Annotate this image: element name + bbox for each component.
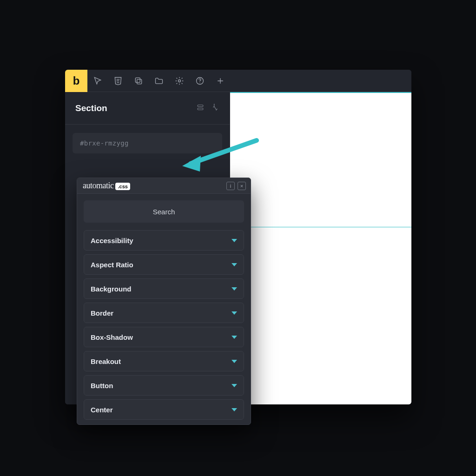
chevron-down-icon: [231, 239, 237, 242]
close-icon[interactable]: ×: [238, 182, 246, 190]
acss-category-item[interactable]: Box-Shadow: [84, 327, 244, 347]
chevron-down-icon: [231, 287, 237, 291]
selection-outline-top: [230, 92, 411, 93]
chevron-down-icon: [231, 311, 237, 315]
element-header: Section: [65, 92, 230, 125]
info-icon[interactable]: i: [226, 182, 235, 190]
app-logo[interactable]: b: [65, 70, 87, 92]
svg-rect-0: [137, 79, 142, 84]
acss-category-label: Background: [91, 285, 132, 293]
selection-outline-bottom: [230, 227, 411, 227]
acss-panel: automatic .css i × AccessibilityAspect R…: [77, 178, 251, 425]
chevron-down-icon: [231, 408, 237, 411]
acss-category-label: Breakout: [91, 357, 121, 365]
layout-icon[interactable]: [196, 103, 205, 113]
toolbar: b: [65, 70, 411, 92]
acss-category-label: Aspect Ratio: [91, 261, 133, 269]
plus-icon[interactable]: [210, 70, 231, 92]
chevron-down-icon: [231, 384, 237, 387]
acss-brand-tag: .css: [115, 183, 130, 190]
svg-rect-6: [198, 108, 203, 110]
search-input[interactable]: [84, 200, 244, 223]
acss-category-item[interactable]: Background: [84, 278, 244, 299]
page-title: Section: [75, 103, 107, 113]
chevron-down-icon: [231, 360, 237, 363]
acss-panel-header[interactable]: automatic .css i ×: [77, 178, 251, 194]
acss-category-item[interactable]: Accessibility: [84, 230, 244, 251]
canvas[interactable]: [230, 92, 411, 404]
sidebar-body: #brxe-rmzygg: [65, 125, 230, 162]
acss-category-label: Center: [91, 406, 113, 414]
acss-category-label: Button: [91, 382, 113, 390]
acss-category-item[interactable]: Border: [84, 303, 244, 323]
acss-category-label: Accessibility: [91, 237, 133, 245]
svg-rect-5: [198, 105, 203, 106]
acss-category-label: Border: [91, 309, 113, 317]
acss-category-list: AccessibilityAspect RatioBackgroundBorde…: [84, 230, 244, 420]
acss-category-label: Box-Shadow: [91, 333, 133, 341]
acss-category-item[interactable]: Breakout: [84, 351, 244, 371]
svg-point-2: [178, 79, 181, 82]
acss-brand: automatic .css: [83, 181, 130, 191]
folder-icon[interactable]: [149, 70, 169, 92]
element-header-actions: [196, 103, 219, 113]
cursor-icon[interactable]: [87, 70, 108, 92]
interactions-icon[interactable]: [211, 103, 219, 113]
gear-icon[interactable]: [169, 70, 190, 92]
svg-rect-1: [135, 78, 140, 82]
css3-icon[interactable]: [108, 70, 128, 92]
help-icon[interactable]: [190, 70, 210, 92]
svg-point-7: [214, 104, 215, 105]
chevron-down-icon: [231, 263, 237, 266]
acss-category-item[interactable]: Center: [84, 399, 244, 420]
svg-point-4: [199, 82, 200, 83]
copy-icon[interactable]: [128, 70, 149, 92]
acss-brand-name: automatic: [83, 181, 113, 191]
element-id-input[interactable]: #brxe-rmzygg: [73, 133, 222, 153]
acss-category-item[interactable]: Aspect Ratio: [84, 254, 244, 275]
acss-panel-body: AccessibilityAspect RatioBackgroundBorde…: [77, 194, 251, 424]
chevron-down-icon: [231, 336, 237, 339]
acss-category-item[interactable]: Button: [84, 375, 244, 396]
